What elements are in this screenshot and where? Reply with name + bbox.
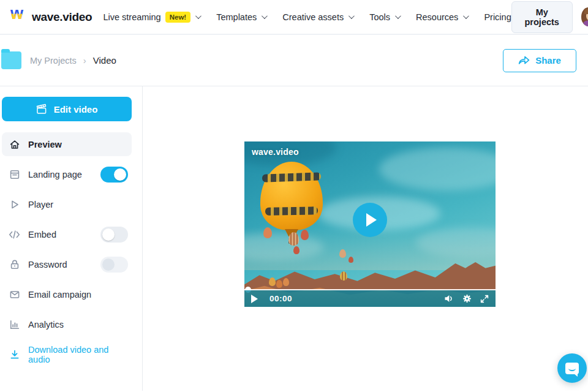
- password-toggle[interactable]: [100, 257, 128, 273]
- sidebar-item-label: Email campaign: [28, 290, 128, 300]
- brand-name: wave.video: [32, 10, 92, 24]
- hot-air-balloon: [260, 162, 323, 230]
- edit-video-button[interactable]: Edit video: [2, 97, 132, 121]
- volume-icon[interactable]: [444, 294, 454, 303]
- nav-item-live-streaming[interactable]: Live streaming New!: [103, 12, 200, 23]
- landing-page-toggle[interactable]: [100, 167, 128, 183]
- lock-icon: [9, 258, 20, 270]
- breadcrumb-my-projects[interactable]: My Projects: [30, 56, 77, 66]
- embed-code-icon: [9, 228, 20, 240]
- preview-panel: wave.video 00:00: [143, 86, 588, 391]
- sidebar-item-password[interactable]: Password: [2, 252, 132, 276]
- new-badge: New!: [165, 12, 190, 23]
- settings-icon[interactable]: [462, 294, 472, 303]
- nav-item-tools[interactable]: Tools: [369, 12, 399, 22]
- project-header: My Projects › Video Share: [0, 35, 588, 86]
- sidebar-item-label: Analytics: [28, 320, 128, 330]
- chevron-down-icon: [395, 13, 401, 19]
- play-button[interactable]: [353, 203, 387, 237]
- breadcrumb-separator: ›: [83, 55, 86, 66]
- nav-item-creative-assets[interactable]: Creative assets: [282, 12, 353, 22]
- sidebar-item-analytics[interactable]: Analytics: [2, 312, 132, 336]
- small-balloon: [288, 232, 299, 246]
- nav-label: Live streaming: [103, 12, 160, 22]
- envelope-icon: [9, 288, 20, 300]
- sidebar-item-label: Password: [28, 260, 100, 270]
- edit-video-label: Edit video: [54, 104, 98, 115]
- analytics-icon: [9, 318, 20, 330]
- small-balloon: [269, 277, 276, 286]
- chat-bubble-icon: [565, 363, 579, 374]
- brand-logo[interactable]: w w wave.video: [10, 9, 92, 25]
- small-balloon: [339, 249, 346, 258]
- video-watermark: wave.video: [252, 147, 299, 157]
- small-balloon: [349, 257, 353, 263]
- sidebar-item-player[interactable]: Player: [2, 192, 132, 216]
- small-balloon: [293, 246, 300, 254]
- sidebar-item-label: Embed: [28, 230, 100, 239]
- share-button[interactable]: Share: [503, 49, 576, 72]
- small-balloon: [283, 278, 289, 286]
- home-icon: [9, 138, 20, 150]
- nav-label: Templates: [216, 12, 257, 22]
- cloud: [379, 148, 496, 190]
- sidebar-item-label: Preview: [28, 140, 128, 149]
- wave-logo-icon: w w: [10, 9, 27, 25]
- small-balloon: [301, 230, 309, 240]
- sidebar-item-email-campaign[interactable]: Email campaign: [2, 282, 132, 306]
- nav-item-templates[interactable]: Templates: [216, 12, 266, 22]
- sidebar-item-label: Landing page: [28, 170, 100, 179]
- video-control-bar: 00:00: [244, 290, 496, 307]
- embed-toggle[interactable]: [100, 227, 128, 243]
- share-arrow-icon: [518, 56, 530, 66]
- sidebar-item-preview[interactable]: Preview: [2, 132, 132, 156]
- play-icon: [366, 213, 377, 227]
- small-balloon: [263, 227, 272, 238]
- nav-item-pricing[interactable]: Pricing: [484, 12, 511, 22]
- small-balloon: [276, 280, 282, 288]
- download-icon: [9, 349, 20, 360]
- top-navbar: w w wave.video Live streaming New! Templ…: [0, 0, 588, 35]
- video-player[interactable]: wave.video 00:00: [244, 141, 496, 307]
- folder-icon: [1, 51, 21, 69]
- play-icon[interactable]: [251, 295, 258, 303]
- share-button-label: Share: [535, 55, 561, 66]
- sidebar: Edit video Preview Landing page Player: [0, 86, 143, 391]
- sidebar-item-landing-page[interactable]: Landing page: [2, 162, 132, 186]
- nav-label: Pricing: [484, 12, 511, 22]
- player-icon: [9, 198, 20, 210]
- sidebar-item-embed[interactable]: Embed: [2, 222, 132, 246]
- nav-label: Creative assets: [282, 12, 344, 22]
- avatar[interactable]: [581, 7, 588, 26]
- nav-item-resources[interactable]: Resources: [416, 12, 467, 22]
- time-display: 00:00: [270, 294, 292, 303]
- chat-widget-button[interactable]: [557, 353, 587, 383]
- landing-page-icon: [9, 168, 20, 180]
- nav-label: Resources: [416, 12, 458, 22]
- chevron-down-icon: [349, 13, 355, 19]
- chevron-down-icon: [463, 13, 469, 19]
- nav-label: Tools: [369, 12, 390, 22]
- fullscreen-icon[interactable]: [480, 295, 489, 303]
- nav-menu: Live streaming New! Templates Creative a…: [103, 12, 511, 23]
- breadcrumb: My Projects › Video: [30, 55, 116, 66]
- sidebar-item-label: Download video and audio: [28, 345, 128, 364]
- sidebar-item-label: Player: [28, 200, 128, 209]
- chevron-down-icon: [195, 13, 202, 19]
- breadcrumb-current: Video: [93, 55, 116, 66]
- chevron-down-icon: [262, 13, 268, 19]
- sidebar-item-download[interactable]: Download video and audio: [2, 342, 132, 366]
- small-balloon: [340, 271, 347, 281]
- my-projects-button[interactable]: My projects: [511, 1, 573, 33]
- clapperboard-icon: [36, 104, 48, 115]
